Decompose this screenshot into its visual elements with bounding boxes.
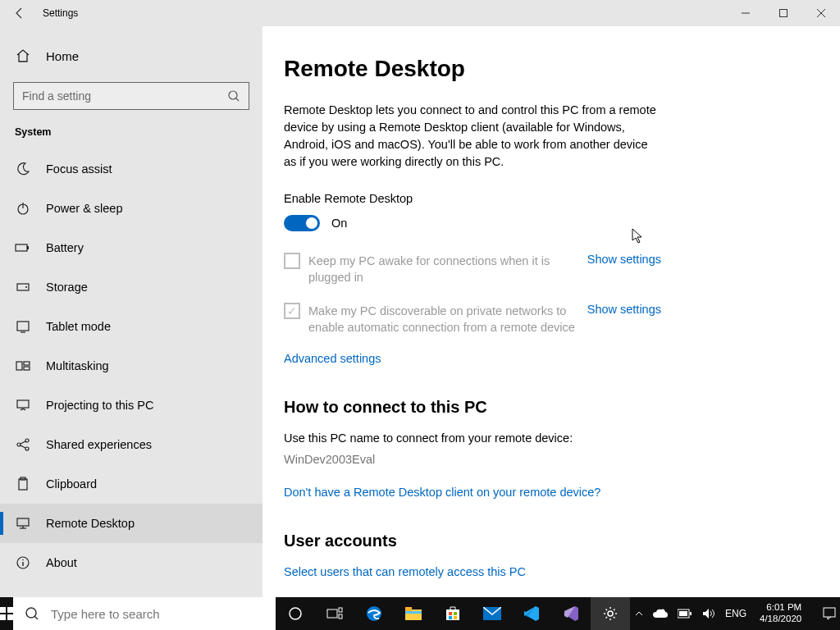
select-users-link[interactable]: Select users that can remotely access th… [284,565,840,578]
search-input-container[interactable] [13,82,249,110]
svg-point-11 [25,286,27,288]
start-button[interactable] [0,597,13,630]
svg-rect-14 [16,362,22,370]
cortana-button[interactable] [276,597,315,630]
svg-rect-44 [405,611,422,614]
taskbar-app-mail[interactable] [472,597,512,630]
sidebar-item-label: Battery [46,241,84,254]
remote-desktop-icon [15,516,31,531]
svg-rect-32 [7,607,13,613]
svg-rect-53 [690,612,692,615]
task-view-button[interactable] [315,597,354,630]
sidebar-item-power-sleep[interactable]: Power & sleep [0,189,262,228]
svg-rect-49 [454,616,457,619]
home-label: Home [46,49,79,63]
svg-rect-23 [19,479,27,490]
sidebar-item-remote-desktop[interactable]: Remote Desktop [0,504,262,543]
svg-rect-46 [449,612,452,615]
sidebar-item-label: Tablet mode [46,320,111,333]
svg-rect-43 [405,607,412,611]
toggle-state-label: On [331,217,347,230]
search-input[interactable] [22,89,227,103]
taskbar-app-visualstudio[interactable] [551,597,591,630]
battery-icon [15,240,31,255]
moon-icon [15,162,31,176]
share-icon [15,437,31,452]
svg-line-21 [21,441,25,444]
tray-battery-icon[interactable] [673,597,697,630]
close-button[interactable] [802,0,840,26]
taskbar-app-edge[interactable] [354,597,394,630]
tray-chevron[interactable] [630,597,648,630]
sidebar-item-shared-experiences[interactable]: Shared experiences [0,425,262,464]
action-center-button[interactable] [810,607,840,620]
tablet-icon [15,319,31,334]
svg-rect-12 [17,322,29,331]
clock-date: 4/18/2020 [760,614,801,625]
sidebar-item-label: Clipboard [46,477,97,491]
svg-rect-39 [339,608,342,612]
taskbar-search[interactable]: Type here to search [13,597,276,630]
sidebar-item-home[interactable]: Home [0,36,262,75]
storage-icon [15,280,31,294]
power-icon [15,201,31,216]
enable-remote-desktop-toggle[interactable] [284,215,320,231]
svg-rect-40 [339,614,342,619]
svg-line-36 [34,616,38,619]
sidebar-item-label: Power & sleep [46,202,123,215]
sidebar-item-focus-assist[interactable]: Focus assist [0,149,262,189]
user-accounts-title: User accounts [284,532,840,550]
sidebar-item-label: Multitasking [46,359,109,372]
svg-rect-47 [454,612,457,615]
svg-rect-38 [327,609,337,618]
sidebar-item-multitasking[interactable]: Multitasking [0,346,262,386]
svg-point-20 [25,447,29,450]
discoverable-show-settings-link[interactable]: Show settings [587,303,661,316]
sidebar-item-label: Shared experiences [46,438,152,451]
svg-rect-17 [17,400,29,408]
minimize-button[interactable] [727,0,765,26]
sidebar-item-storage[interactable]: Storage [0,267,262,307]
search-icon [25,606,39,621]
pc-name: WinDev2003Eval [284,453,840,466]
keep-awake-checkbox[interactable] [284,253,300,269]
tray-onedrive-icon[interactable] [648,597,673,630]
sidebar-item-battery[interactable]: Battery [0,228,262,267]
tray-language[interactable]: ENG [720,597,751,630]
back-button[interactable] [0,0,39,26]
svg-rect-34 [7,614,13,620]
svg-point-37 [290,608,301,619]
maximize-button[interactable] [765,0,802,26]
no-client-link[interactable]: Don't have a Remote Desktop client on yo… [284,486,840,499]
home-icon [15,48,31,63]
tray-clock[interactable]: 6:01 PM 4/18/2020 [751,602,810,625]
discoverable-checkbox[interactable] [284,303,300,319]
svg-point-30 [22,559,24,561]
sidebar-item-about[interactable]: About [0,543,262,582]
page-description: Remote Desktop lets you connect to and c… [284,102,661,171]
sidebar-item-label: About [46,556,77,569]
svg-rect-48 [449,616,452,619]
tray-volume-icon[interactable] [697,597,720,630]
sidebar-item-clipboard[interactable]: Clipboard [0,464,262,504]
keep-awake-label: Keep my PC awake for connections when it… [308,253,587,286]
svg-rect-1 [780,10,788,17]
taskbar-app-store[interactable] [433,597,472,630]
svg-rect-33 [0,614,6,620]
svg-point-18 [17,443,21,446]
advanced-settings-link[interactable]: Advanced settings [284,352,840,365]
sidebar-item-projecting[interactable]: Projecting to this PC [0,386,262,425]
svg-rect-45 [446,609,459,620]
keep-awake-show-settings-link[interactable]: Show settings [587,253,661,266]
search-icon [227,89,240,103]
taskbar-app-explorer[interactable] [394,597,433,630]
info-icon [15,555,31,570]
svg-line-5 [236,98,240,102]
taskbar-search-placeholder: Type here to search [51,607,160,621]
taskbar-app-vscode[interactable] [512,597,551,630]
taskbar-app-settings[interactable] [591,597,630,630]
sidebar-item-tablet-mode[interactable]: Tablet mode [0,307,262,346]
projecting-icon [15,398,31,413]
main-content: Remote Desktop Remote Desktop lets you c… [262,26,840,597]
svg-rect-16 [24,367,30,370]
